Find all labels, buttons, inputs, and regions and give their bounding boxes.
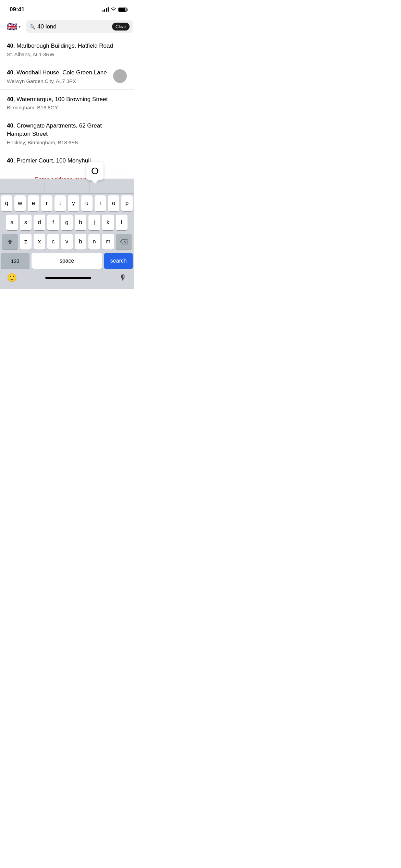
flag-chevron-icon: ▾ — [19, 24, 21, 29]
status-bar: 09:41 — [0, 0, 134, 17]
key-123[interactable]: 123 — [1, 253, 29, 269]
letter-popup: O — [86, 162, 104, 180]
key-space[interactable]: space — [32, 253, 102, 269]
keyboard-row-1: q w e r t y u i o p — [0, 194, 134, 213]
result-address-line2: Hockley, Birmingham, B18 6EN — [7, 140, 127, 145]
key-w[interactable]: w — [14, 195, 26, 211]
result-circle-indicator — [113, 69, 127, 83]
key-e[interactable]: e — [28, 195, 39, 211]
key-r[interactable]: r — [41, 195, 52, 211]
key-o[interactable]: o — [108, 195, 119, 211]
result-address-line1: 40, Marlborough Buildings, Hatfield Road — [7, 42, 127, 50]
key-f[interactable]: f — [47, 215, 59, 230]
key-search[interactable]: search — [104, 253, 133, 269]
signal-bars-icon — [102, 8, 109, 12]
key-p[interactable]: p — [121, 195, 133, 211]
key-q[interactable]: q — [1, 195, 12, 211]
result-item[interactable]: 40, Woodhall House, Cole Green Lane Welw… — [0, 63, 134, 90]
result-item[interactable]: 40, Marlborough Buildings, Hatfield Road… — [0, 36, 134, 63]
shift-key[interactable] — [2, 234, 18, 250]
key-d[interactable]: d — [34, 215, 45, 230]
result-address-line1: 40, Crowngate Apartments, 62 Great Hampt… — [7, 122, 127, 138]
status-time: 09:41 — [10, 6, 24, 13]
keyboard: O q w e r t y u i o p a s d f g h j k l … — [0, 179, 134, 289]
results-list: 40, Marlborough Buildings, Hatfield Road… — [0, 36, 134, 190]
wifi-icon — [111, 7, 116, 12]
search-bar: 🇬🇧 ▾ 🔍 Clear ✕ — [0, 17, 134, 36]
result-item[interactable]: 40, Watermarque, 100 Browning Street Bir… — [0, 90, 134, 117]
delete-key[interactable] — [116, 234, 132, 250]
key-j[interactable]: j — [88, 215, 100, 230]
key-u[interactable]: u — [81, 195, 93, 211]
result-item[interactable]: 40, Crowngate Apartments, 62 Great Hampt… — [0, 116, 134, 151]
key-t[interactable]: t — [54, 195, 66, 211]
key-i[interactable]: i — [95, 195, 106, 211]
keyboard-row-3: z x c v b n m — [0, 232, 134, 251]
key-l[interactable]: l — [116, 215, 127, 230]
keyboard-bottom-row: 123 space search — [0, 251, 134, 270]
suggestion-popup-area: O — [0, 181, 134, 191]
key-z[interactable]: z — [20, 234, 32, 250]
result-address-line2: Welwyn Garden City, AL7 3PX — [7, 78, 127, 84]
keyboard-suggestion-row: O — [0, 179, 134, 194]
flag-emoji: 🇬🇧 — [7, 23, 17, 31]
result-address-line1: 40, Watermarque, 100 Browning Street — [7, 95, 127, 104]
key-n[interactable]: n — [88, 234, 100, 250]
result-address-line2: Birmingham, B16 8GY — [7, 105, 127, 110]
key-s[interactable]: s — [20, 215, 32, 230]
key-x[interactable]: x — [34, 234, 45, 250]
key-y[interactable]: y — [68, 195, 79, 211]
status-icons — [102, 7, 127, 12]
search-input[interactable] — [37, 23, 110, 30]
result-item-partial[interactable]: 40, Premier Court, 100 Monyhull — [0, 151, 134, 169]
key-g[interactable]: g — [61, 215, 73, 230]
search-input-wrapper: 🔍 Clear — [26, 20, 133, 33]
clear-button[interactable]: Clear — [112, 23, 130, 31]
search-icon: 🔍 — [29, 24, 35, 29]
key-m[interactable]: m — [102, 234, 114, 250]
keyboard-emoji-row: 🙂 🎙 — [0, 270, 134, 289]
key-b[interactable]: b — [75, 234, 86, 250]
result-address-line2: St. Albans, AL1 3RW — [7, 51, 127, 57]
home-indicator — [45, 277, 91, 279]
key-h[interactable]: h — [75, 215, 86, 230]
result-address-line1: 40, Premier Court, 100 Monyhull — [7, 157, 127, 165]
battery-icon — [118, 8, 127, 12]
result-address-line1: 40, Woodhall House, Cole Green Lane — [7, 69, 127, 77]
key-k[interactable]: k — [102, 215, 114, 230]
keyboard-row-2: a s d f g h j k l — [0, 213, 134, 232]
key-c[interactable]: c — [47, 234, 59, 250]
emoji-button[interactable]: 🙂 — [7, 273, 17, 282]
key-a[interactable]: a — [6, 215, 18, 230]
country-flag-button[interactable]: 🇬🇧 ▾ — [4, 21, 23, 33]
key-v[interactable]: v — [61, 234, 73, 250]
microphone-button[interactable]: 🎙 — [119, 273, 127, 282]
